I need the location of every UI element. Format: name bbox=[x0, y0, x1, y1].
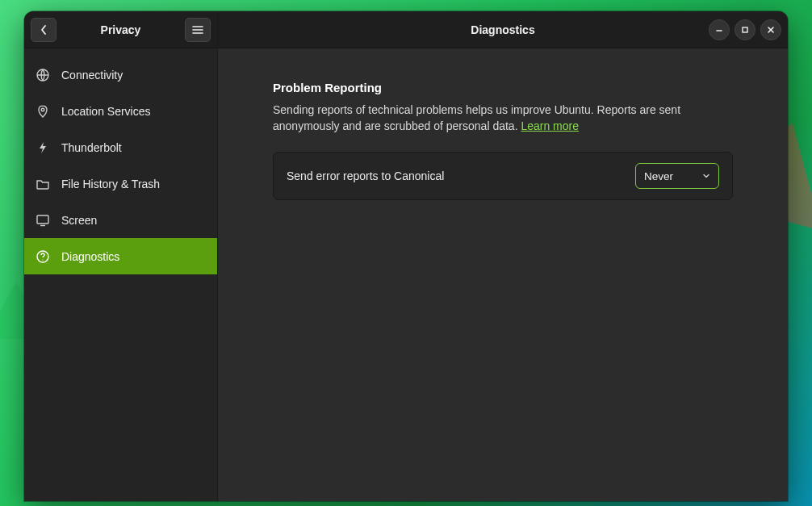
thunderbolt-icon bbox=[36, 140, 50, 155]
chevron-left-icon bbox=[40, 24, 48, 36]
menu-button[interactable] bbox=[185, 18, 211, 42]
sidebar-item-label: Thunderbolt bbox=[61, 141, 122, 154]
svg-point-8 bbox=[42, 259, 43, 260]
globe-icon bbox=[36, 68, 50, 82]
sidebar-item-label: Connectivity bbox=[61, 69, 123, 82]
folder-icon bbox=[36, 177, 50, 191]
screen-icon bbox=[36, 213, 50, 228]
settings-window: Privacy Connectivity Locati bbox=[24, 11, 788, 501]
location-icon bbox=[36, 104, 50, 119]
sidebar-item-label: Diagnostics bbox=[61, 250, 119, 263]
sidebar: Privacy Connectivity Locati bbox=[24, 11, 218, 501]
svg-rect-10 bbox=[743, 27, 747, 32]
section-description: Sending reports of technical problems he… bbox=[273, 102, 733, 134]
close-button[interactable] bbox=[760, 19, 781, 40]
minimize-icon bbox=[715, 26, 723, 34]
sidebar-item-label: Screen bbox=[61, 214, 97, 227]
maximize-icon bbox=[741, 26, 749, 34]
sidebar-item-thunderbolt[interactable]: Thunderbolt bbox=[24, 129, 217, 165]
sidebar-item-label: Location Services bbox=[61, 105, 151, 118]
close-icon bbox=[767, 26, 775, 34]
sidebar-headerbar: Privacy bbox=[24, 11, 217, 48]
sidebar-item-location[interactable]: Location Services bbox=[24, 93, 217, 129]
sidebar-list: Connectivity Location Services Thunderbo… bbox=[24, 48, 217, 501]
dropdown-value: Never bbox=[644, 170, 673, 182]
chevron-down-icon bbox=[702, 172, 710, 180]
setting-row-error-reports: Send error reports to Canonical Never bbox=[273, 152, 733, 200]
error-reports-dropdown[interactable]: Never bbox=[635, 163, 719, 189]
maximize-button[interactable] bbox=[735, 19, 755, 40]
window-controls bbox=[709, 19, 781, 40]
setting-label: Send error reports to Canonical bbox=[287, 169, 444, 182]
main-headerbar: Diagnostics bbox=[218, 11, 788, 48]
sidebar-item-file-history[interactable]: File History & Trash bbox=[24, 165, 217, 202]
help-icon bbox=[36, 249, 50, 264]
sidebar-item-diagnostics[interactable]: Diagnostics bbox=[24, 238, 217, 274]
svg-rect-5 bbox=[37, 215, 48, 224]
sidebar-item-connectivity[interactable]: Connectivity bbox=[24, 56, 217, 93]
sidebar-title: Privacy bbox=[61, 23, 180, 36]
main-panel: Diagnostics Problem Reporting Sending re… bbox=[218, 11, 788, 501]
sidebar-item-label: File History & Trash bbox=[61, 178, 160, 190]
page-title: Diagnostics bbox=[471, 23, 534, 36]
description-text: Sending reports of technical problems he… bbox=[273, 103, 680, 132]
sidebar-item-screen[interactable]: Screen bbox=[24, 202, 217, 238]
minimize-button[interactable] bbox=[709, 19, 730, 40]
section-title: Problem Reporting bbox=[273, 81, 733, 94]
svg-point-4 bbox=[41, 108, 44, 111]
content-area: Problem Reporting Sending reports of tec… bbox=[218, 48, 788, 501]
hamburger-icon bbox=[192, 25, 203, 35]
back-button[interactable] bbox=[31, 18, 57, 42]
learn-more-link[interactable]: Learn more bbox=[521, 119, 579, 132]
